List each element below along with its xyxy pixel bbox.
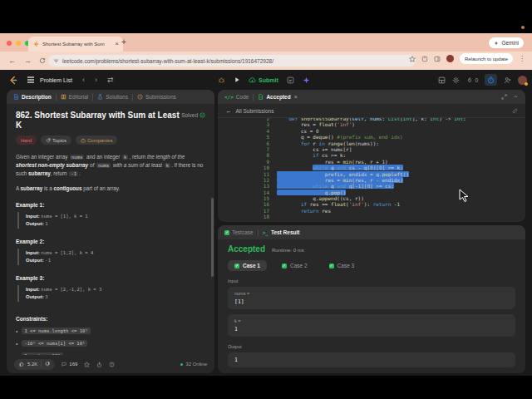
layout-icon[interactable] [438,76,446,84]
debug-icon[interactable] [218,76,225,84]
gemini-button[interactable]: Gemini [489,37,524,48]
bookmark-star-icon[interactable] [409,56,416,62]
solved-badge: Solved [181,112,205,118]
tab-editorial[interactable]: Editorial [61,94,88,100]
new-tab-button[interactable]: + [121,37,126,47]
input-key: Input: [26,214,40,219]
back-icon[interactable]: ← [8,57,16,65]
code-editor[interactable]: 2 def shortestSubarray(self, nums: List[… [218,118,525,222]
share-icon[interactable] [96,362,102,367]
submissions-subheader: ← All Submissions [218,104,525,118]
subarray-note: A subarray is a contiguous part of an ar… [16,185,205,192]
tab-code-label: Code [236,94,249,100]
leetcode-logo-icon[interactable] [8,76,17,85]
next-problem-icon[interactable]: › [95,76,97,84]
companies-label: Companies [87,138,112,143]
book-icon [61,94,66,100]
shuffle-icon[interactable]: ⇄ [107,76,114,84]
gemini-label: Gemini [501,40,519,46]
thumb-up-icon[interactable] [19,362,24,367]
input-field-nums[interactable]: nums = [1] [228,287,515,309]
description-panel-tabs: Description Editorial Solutions [7,90,214,104]
code-brackets-icon: </> [224,94,234,100]
tab-description[interactable]: Description [13,94,52,100]
case-2-button[interactable]: ✓ Case 2 [275,260,314,271]
tab-testcase[interactable]: ✓ Testcase [224,229,254,235]
extensions-icon[interactable] [421,56,428,62]
submit-label: Submit [259,77,278,83]
forward-icon[interactable]: → [24,57,32,65]
output-key: Output: [26,221,44,226]
tab-close-icon[interactable]: × [115,41,119,47]
user-avatar[interactable] [518,76,527,85]
browser-tab[interactable]: Shortest Subarray with Sum × [28,37,123,52]
output-label: Output [228,344,515,349]
leetcode-favicon-icon [32,41,39,47]
tab-accepted-label: Accepted [266,94,290,100]
example-label: Example 2: [16,239,205,244]
example-block: Input: nums = [1], k = 1 Output: 1 [17,212,205,229]
all-submissions-link[interactable]: All Submissions [236,108,274,114]
reload-icon[interactable] [39,57,46,64]
input-field-k[interactable]: k = 1 [228,314,515,337]
invite-person-icon[interactable] [504,76,511,84]
prev-problem-icon[interactable]: ‹ [82,76,85,84]
tab-submissions[interactable]: Submissions [137,94,176,100]
close-tab-icon[interactable]: × [294,94,298,100]
case-3-button[interactable]: ✓ Case 3 [323,260,362,271]
tab-code[interactable]: </> Code [224,94,249,100]
output-key: Output: [26,258,44,263]
collapse-chevron-icon[interactable] [513,94,519,100]
help-icon[interactable] [109,362,115,367]
timer-icon [487,76,495,84]
description-footer: 5.2K 169 [7,355,214,373]
ai-sparkle-icon[interactable] [303,76,310,84]
recording-indicator-dot [521,26,525,29]
favorite-star-icon[interactable] [84,362,90,367]
comments-counter[interactable]: 169 [62,362,77,367]
submit-button[interactable]: Submit [249,76,278,84]
side-panel-icon[interactable] [434,56,441,62]
tab-test-result[interactable]: >_ Test Result [263,229,300,235]
back-arrow-icon[interactable]: ← [225,107,232,115]
companies-chip[interactable]: Companies [76,135,117,145]
mouse-cursor-icon [459,189,468,202]
terminal-icon: >_ [263,229,268,235]
example-label: Example 1: [16,202,205,208]
problem-list-icon[interactable] [27,79,34,80]
case-1-button[interactable]: ✓ Case 1 [228,260,267,271]
output-value: -1 [45,258,51,263]
check-circle-icon [200,112,205,118]
tab-testcase-label: Testcase [232,229,254,235]
notes-icon[interactable] [287,76,294,84]
thumb-down-icon[interactable] [45,362,50,367]
like-pill[interactable]: 5.2K [14,359,55,370]
tab-solutions[interactable]: Solutions [97,94,128,100]
avatar-badge [525,82,528,86]
screen: Shortest Subarray with Sum × + Gemini ← … [0,0,532,399]
toolbar-right: Relaunch to update ⋮ [409,53,525,64]
tab-accepted[interactable]: Accepted × [258,94,297,100]
bullet: • [16,328,17,334]
settings-gear-icon[interactable] [452,76,460,84]
code-panel-tabs: </> Code Accepted × [218,90,525,104]
link-icon[interactable] [512,108,518,114]
difficulty-badge[interactable]: Hard [16,135,37,145]
constraint-text: -10⁵ <= nums[i] <= 10⁵ [22,340,87,347]
expand-icon[interactable] [501,94,507,100]
topics-chip[interactable]: Topics [41,135,71,145]
tune-icon[interactable] [53,58,59,64]
scrollbar-thumb[interactable] [211,198,214,277]
browser-profile-avatar[interactable] [446,55,454,62]
relaunch-to-update-button[interactable]: Relaunch to update [460,53,513,64]
minimize-window-button[interactable] [16,41,21,46]
url-bar[interactable]: leetcode.com/problems/shortest-subarray-… [48,55,416,66]
example-3: Example 3: Input: nums = [2,-1,2], k = 3… [16,275,205,302]
window-controls [7,41,30,46]
close-window-button[interactable] [7,41,12,46]
streak-counter[interactable]: 0 [466,76,478,84]
browser-menu-icon[interactable]: ⋮ [519,55,525,62]
timer-pill[interactable] [485,74,497,86]
problem-list-label[interactable]: Problem List [40,77,72,83]
run-icon[interactable] [234,76,240,83]
